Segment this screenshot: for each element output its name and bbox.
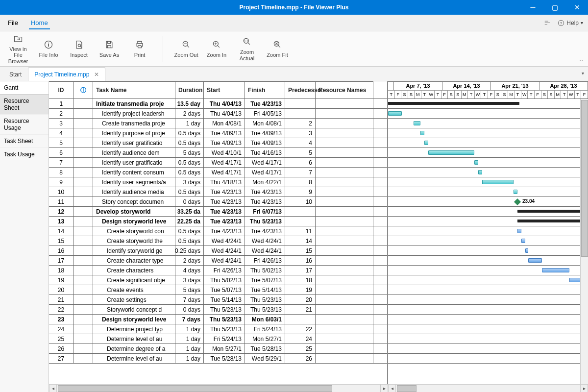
table-row[interactable]: 14Create storyworld con0.5 daysTue 4/23/… [49,226,387,236]
table-row[interactable]: 8Identify content consum0.5 daysWed 4/17… [49,168,387,177]
cell-start: Fri 5/24/13 [204,334,245,343]
table-row[interactable]: 25Determine level of au1 dayFri 5/24/13M… [49,334,387,344]
col-header-id[interactable]: ID [49,81,74,98]
gantt-bar[interactable] [521,239,525,243]
vertical-scrollbar[interactable] [580,99,588,384]
gantt-day-label: F [441,90,448,99]
table-row[interactable]: 23Design storyworld leve7 daysThu 5/23/1… [49,315,387,324]
scroll-right-icon[interactable]: ▸ [380,385,388,392]
table-row[interactable]: 18Create characters4 daysFri 4/26/13Thu … [49,266,387,275]
print-button[interactable]: Print [126,33,153,64]
table-row[interactable]: 1Initiate transmedia proje13.5 dayThu 4/… [49,99,387,109]
cell-info [74,275,93,285]
menu-home[interactable]: Home [29,16,50,29]
table-row[interactable]: 15Create storyworld the0.5 daysWed 4/24/… [49,236,387,246]
table-row[interactable]: 27Determine level of au1 dayTue 5/28/13W… [49,354,387,364]
tab-start[interactable]: Start [3,67,28,81]
sidebar-header[interactable]: Gantt [0,81,49,95]
gantt-bar[interactable] [388,111,402,116]
gantt-chart[interactable]: Apr 7, '13Apr 14, '13Apr 21, '13Apr 28, … [388,81,588,384]
table-row[interactable]: 19Create significant obje3 daysThu 5/02/… [49,275,387,285]
gantt-bar[interactable] [482,180,514,184]
table-row[interactable]: 12Develop storyworld33.25 daTue 4/23/13F… [49,207,387,217]
maximize-button[interactable]: ▢ [544,0,566,15]
cell-resources [316,334,373,343]
cell-task: Design storyworld leve [93,217,175,226]
save-as-button[interactable]: Save As [96,33,122,64]
file-info-button[interactable]: File Info [35,33,62,64]
table-row[interactable]: 4Identify purpose of proje0.5 daysTue 4/… [49,128,387,138]
close-button[interactable]: ✕ [566,0,588,15]
table-row[interactable]: 22Storyworld concept d0 daysThu 5/23/13T… [49,305,387,315]
tabs-dropdown-icon[interactable]: ▾ [582,71,584,76]
cell-start: Thu 4/18/13 [204,177,245,187]
zoom-actual-button[interactable]: 1:1 Zoom Actual [234,36,260,61]
sidebar-item[interactable]: Resource Sheet [0,95,49,115]
gantt-bar[interactable] [517,210,588,213]
scroll-right-icon[interactable]: ▸ [580,385,588,392]
table-row[interactable]: 17Create character type2 daysWed 4/24/1F… [49,256,387,266]
cell-finish: Wed 4/17/1 [245,158,285,167]
table-row[interactable]: 20Create events5 daysTue 5/07/13Tue 5/14… [49,285,387,295]
col-header-resources[interactable]: Resource Names [316,81,373,98]
gantt-milestone[interactable] [514,198,521,205]
settings-icon[interactable] [544,20,551,26]
sheet-horizontal-scrollbar[interactable]: ◂ ▸ [49,384,388,392]
table-row[interactable]: 5Identify user gratificatio0.5 daysTue 4… [49,138,387,148]
gantt-bar[interactable] [420,131,424,135]
col-header-duration[interactable]: Duration [175,81,204,98]
gantt-bar[interactable] [478,170,482,174]
sidebar-item[interactable]: Task Usage [0,148,49,161]
table-row[interactable]: 6Identify audience dem5 daysWed 4/10/1Tu… [49,148,387,158]
svg-rect-4 [48,44,49,47]
table-row[interactable]: 21Create settings7 daysTue 5/14/13Thu 5/… [49,295,387,305]
table-row[interactable]: 16Identify storyworld ge0.25 daysWed 4/2… [49,246,387,256]
col-header-predecessors[interactable]: Predecesso [285,81,316,98]
table-row[interactable]: 3Create transmedia proje1 dayMon 4/08/1M… [49,119,387,128]
gantt-day-label: F [581,90,588,99]
tab-project-timeline[interactable]: Project Timeline.mpp ✕ [28,67,105,81]
ribbon-collapse-icon[interactable]: ︿ [579,56,584,63]
col-header-info[interactable]: ⓘ [74,81,93,98]
gantt-bar[interactable] [525,248,528,253]
gantt-bar[interactable] [474,160,478,165]
gantt-bar[interactable] [514,190,517,194]
gantt-bar[interactable] [528,258,542,263]
gantt-bar[interactable] [424,141,428,145]
gantt-bar[interactable] [414,121,420,125]
sidebar-item[interactable]: Resource Usage [0,115,49,135]
help-button[interactable]: ? Help ▾ [558,20,583,26]
scroll-left-icon[interactable]: ◂ [388,385,396,392]
gantt-bar[interactable] [517,220,588,222]
gantt-horizontal-scrollbar[interactable]: ◂ ▸ [388,384,588,392]
zoom-in-button[interactable]: Zoom In [203,36,230,61]
menu-file[interactable]: File [6,16,20,29]
zoom-out-button[interactable]: Zoom Out [173,36,199,61]
col-header-task[interactable]: Task Name [93,81,175,98]
table-row[interactable]: 10Identify audience media0.5 daysTue 4/2… [49,187,387,197]
cell-id: 20 [49,285,74,294]
gantt-bar[interactable] [517,229,521,233]
minimize-button[interactable]: ─ [522,0,544,15]
close-tab-icon[interactable]: ✕ [94,71,99,78]
zoom-fit-button[interactable]: Zoom Fit [264,36,291,61]
cell-task: Determine level of au [93,334,175,343]
sidebar-item[interactable]: Task Sheet [0,135,49,148]
gantt-bar[interactable] [428,150,474,155]
table-row[interactable]: 11Story concept documen0 daysTue 4/23/13… [49,197,387,207]
table-row[interactable]: 7Identify user gratificatio0.5 daysWed 4… [49,158,387,168]
col-header-finish[interactable]: Finish [245,81,285,98]
gantt-bar[interactable] [388,102,519,105]
table-row[interactable]: 9Identify user segments/a3 daysThu 4/18/… [49,177,387,187]
table-row[interactable]: 13Design storyworld leve22.25 daTue 4/23… [49,217,387,226]
table-row[interactable]: 26Determine degree of a1 dayMon 5/27/1Tu… [49,344,387,354]
inspect-button[interactable]: Inspect [66,33,92,64]
gantt-bar[interactable] [542,268,569,272]
table-row[interactable]: 2Identify project leadersh2 daysThu 4/04… [49,109,387,119]
scroll-left-icon[interactable]: ◂ [49,385,57,392]
col-header-start[interactable]: Start [204,81,245,98]
gantt-row [388,187,588,197]
view-in-file-browser-button[interactable]: View in File Browser [5,33,31,64]
ribbon-separator [163,36,163,62]
table-row[interactable]: 24Determine project typ1 dayThu 5/23/13F… [49,324,387,334]
